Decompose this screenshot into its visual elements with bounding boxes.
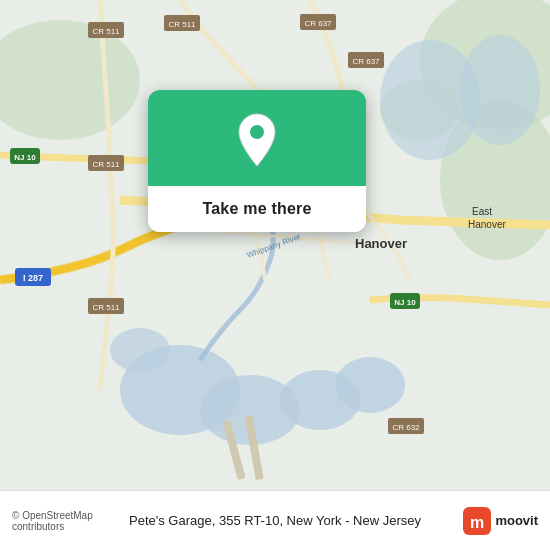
popup-card: Take me there: [148, 90, 366, 232]
take-me-there-button[interactable]: Take me there: [148, 186, 366, 232]
moovit-logo: m moovit: [433, 507, 538, 535]
location-info: Pete's Garage, 355 RT-10, New York - New…: [117, 513, 433, 528]
openstreetmap-credit: © OpenStreetMap contributors: [12, 510, 117, 532]
location-pin-icon: [233, 112, 281, 168]
svg-point-11: [460, 35, 540, 145]
svg-point-8: [335, 357, 405, 413]
moovit-text: moovit: [495, 513, 538, 528]
popup-green-area: [148, 90, 366, 186]
svg-text:CR 637: CR 637: [304, 19, 332, 28]
svg-text:CR 511: CR 511: [168, 20, 196, 29]
svg-text:Hanover: Hanover: [355, 236, 407, 251]
svg-text:I 287: I 287: [23, 273, 43, 283]
map-svg: I 287 NJ 10 NJ 10 CR 511 CR 511 CR 511 C…: [0, 0, 550, 490]
map-container[interactable]: I 287 NJ 10 NJ 10 CR 511 CR 511 CR 511 C…: [0, 0, 550, 490]
svg-text:m: m: [470, 514, 484, 531]
svg-point-9: [110, 328, 170, 372]
moovit-icon: m: [463, 507, 491, 535]
bottom-bar: © OpenStreetMap contributors Pete's Gara…: [0, 490, 550, 550]
svg-text:CR 632: CR 632: [392, 423, 420, 432]
svg-text:CR 511: CR 511: [92, 303, 120, 312]
svg-point-38: [250, 125, 264, 139]
svg-text:Hanover: Hanover: [468, 219, 506, 230]
svg-text:CR 511: CR 511: [92, 27, 120, 36]
svg-text:CR 637: CR 637: [352, 57, 380, 66]
svg-text:CR 511: CR 511: [92, 160, 120, 169]
svg-text:NJ 10: NJ 10: [394, 298, 416, 307]
svg-text:East: East: [472, 206, 492, 217]
svg-text:NJ 10: NJ 10: [14, 153, 36, 162]
